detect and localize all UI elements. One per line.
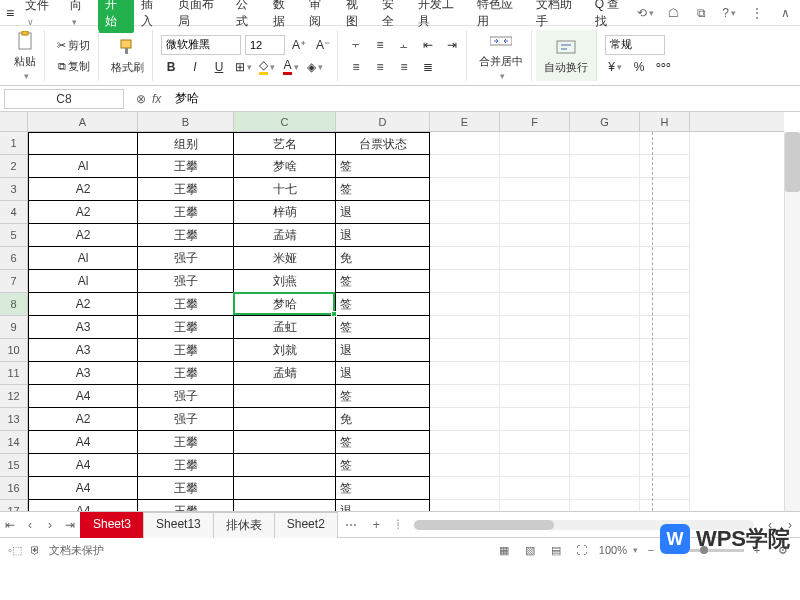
cell-E17[interactable] (430, 500, 500, 512)
cell-D1[interactable]: 台票状态 (336, 132, 430, 155)
cell-G4[interactable] (570, 201, 640, 224)
cell-A3[interactable]: A2 (28, 178, 138, 201)
cell-H5[interactable] (640, 224, 690, 247)
col-header-D[interactable]: D (336, 112, 430, 131)
cell-D5[interactable]: 退 (336, 224, 430, 247)
cell-F16[interactable] (500, 477, 570, 500)
cell-D17[interactable]: 退 (336, 500, 430, 512)
vertical-scrollbar[interactable] (784, 132, 800, 511)
cell-E14[interactable] (430, 431, 500, 454)
row-header-14[interactable]: 14 (0, 431, 27, 454)
cell-E1[interactable] (430, 132, 500, 155)
fx-icon[interactable]: fx (152, 92, 161, 106)
cell-H13[interactable] (640, 408, 690, 431)
cell-H1[interactable] (640, 132, 690, 155)
cell-D8[interactable]: 签 (336, 293, 430, 316)
align-top-icon[interactable]: ⫟ (346, 35, 366, 55)
cell-A16[interactable]: A4 (28, 477, 138, 500)
cell-F14[interactable] (500, 431, 570, 454)
cell-D15[interactable]: 签 (336, 454, 430, 477)
cell-A11[interactable]: A3 (28, 362, 138, 385)
row-header-15[interactable]: 15 (0, 454, 27, 477)
help-icon[interactable]: ?▾ (720, 4, 738, 22)
formula-input[interactable] (169, 89, 800, 109)
sheet-tab-排休表[interactable]: 排休表 (213, 512, 275, 538)
view-layout-icon[interactable]: ▤ (547, 541, 565, 559)
col-header-C[interactable]: C (234, 112, 336, 131)
distribute-icon[interactable]: ≣ (418, 57, 438, 77)
cell-F8[interactable] (500, 293, 570, 316)
cell-B7[interactable]: 强子 (138, 270, 234, 293)
cell-H7[interactable] (640, 270, 690, 293)
cell-H2[interactable] (640, 155, 690, 178)
cell-F12[interactable] (500, 385, 570, 408)
cell-C10[interactable]: 刘就 (234, 339, 336, 362)
cell-H9[interactable] (640, 316, 690, 339)
history-dropdown[interactable]: 向 ▾ (63, 0, 98, 31)
tab-next-icon[interactable]: › (40, 515, 60, 535)
tab-last-icon[interactable]: ⇥ (60, 515, 80, 535)
row-header-17[interactable]: 17 (0, 500, 27, 512)
cell-B6[interactable]: 强子 (138, 247, 234, 270)
cell-F5[interactable] (500, 224, 570, 247)
underline-button[interactable]: U (209, 57, 229, 77)
cell-F10[interactable] (500, 339, 570, 362)
cell-H6[interactable] (640, 247, 690, 270)
indent-left-icon[interactable]: ⇤ (418, 35, 438, 55)
col-header-G[interactable]: G (570, 112, 640, 131)
cell-G1[interactable] (570, 132, 640, 155)
tab-prev-icon[interactable]: ‹ (20, 515, 40, 535)
cell-B16[interactable]: 王攀 (138, 477, 234, 500)
row-header-11[interactable]: 11 (0, 362, 27, 385)
cell-B8[interactable]: 王攀 (138, 293, 234, 316)
cell-A6[interactable]: Al (28, 247, 138, 270)
cell-B13[interactable]: 强子 (138, 408, 234, 431)
cell-G6[interactable] (570, 247, 640, 270)
add-sheet-icon[interactable]: + (365, 518, 388, 532)
cell-G3[interactable] (570, 178, 640, 201)
cell-B11[interactable]: 王攀 (138, 362, 234, 385)
tab-view[interactable]: 视图 (339, 0, 375, 33)
tab-security[interactable]: 安全 (375, 0, 411, 33)
cell-C1[interactable]: 艺名 (234, 132, 336, 155)
font-size-combo[interactable] (245, 35, 285, 55)
cell-C4[interactable]: 梓萌 (234, 201, 336, 224)
cell-A7[interactable]: Al (28, 270, 138, 293)
decrease-font-icon[interactable]: A⁻ (313, 35, 333, 55)
cell-C6[interactable]: 米娅 (234, 247, 336, 270)
format-painter-button[interactable]: 格式刷 (107, 34, 148, 77)
cell-E16[interactable] (430, 477, 500, 500)
cancel-edit-icon[interactable]: ⊗ (136, 92, 146, 106)
cell-G7[interactable] (570, 270, 640, 293)
cell-F11[interactable] (500, 362, 570, 385)
cell-D9[interactable]: 签 (336, 316, 430, 339)
cell-H14[interactable] (640, 431, 690, 454)
cell-D3[interactable]: 签 (336, 178, 430, 201)
cell-G5[interactable] (570, 224, 640, 247)
cell-F3[interactable] (500, 178, 570, 201)
app-menu-icon[interactable]: ≡ (6, 5, 14, 21)
cell-H10[interactable] (640, 339, 690, 362)
auto-wrap-button[interactable]: 自动换行 (540, 34, 592, 77)
cell-C15[interactable] (234, 454, 336, 477)
cell-E8[interactable] (430, 293, 500, 316)
zoom-in-icon[interactable]: + (748, 541, 766, 559)
name-box[interactable]: C8 (4, 89, 124, 109)
tab-page-layout[interactable]: 页面布局 (171, 0, 230, 33)
align-center-icon[interactable]: ≡ (370, 57, 390, 77)
cell-E5[interactable] (430, 224, 500, 247)
cell-F4[interactable] (500, 201, 570, 224)
cell-D11[interactable]: 退 (336, 362, 430, 385)
cell-D14[interactable]: 签 (336, 431, 430, 454)
cell-C11[interactable]: 孟蜻 (234, 362, 336, 385)
cell-G11[interactable] (570, 362, 640, 385)
cell-H4[interactable] (640, 201, 690, 224)
cell-F15[interactable] (500, 454, 570, 477)
copy-button[interactable]: ⧉复制 (54, 57, 94, 76)
thousands-icon[interactable]: ᵒᵒᵒ (653, 57, 673, 77)
cell-G10[interactable] (570, 339, 640, 362)
cell-D4[interactable]: 退 (336, 201, 430, 224)
cell-C12[interactable] (234, 385, 336, 408)
cell-C9[interactable]: 孟虹 (234, 316, 336, 339)
sheet-tab-Sheet13[interactable]: Sheet13 (143, 512, 214, 538)
